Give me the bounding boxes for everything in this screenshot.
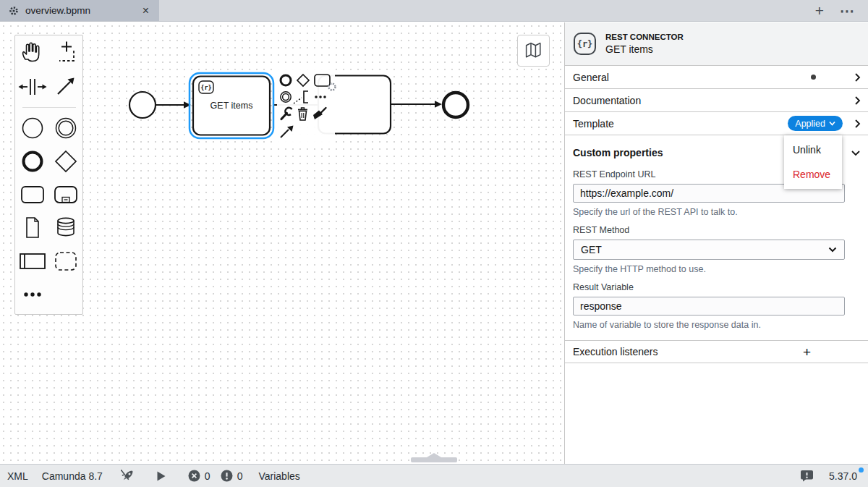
sequence-flow-1[interactable] (156, 101, 191, 109)
task-label: GET items (210, 101, 253, 111)
palette-separator (22, 107, 76, 108)
camunda-modeler-window: overview.bpmn × + ⋯ (0, 0, 868, 487)
space-tool[interactable] (16, 70, 49, 103)
feedback-icon[interactable] (800, 470, 814, 482)
svg-text:{r}: {r} (200, 84, 211, 91)
section-general[interactable]: General (565, 66, 868, 89)
task-connector-badge: {r} (199, 81, 213, 93)
app-version-button[interactable]: 5.37.0 (829, 470, 857, 482)
rest-method-label: REST Method (573, 225, 845, 235)
properties-panel: {r} REST CONNECTOR GET items General Doc… (564, 22, 868, 464)
more-tools-icon[interactable] (16, 278, 49, 311)
minimap-toggle-button[interactable] (517, 35, 550, 67)
create-participant[interactable] (16, 245, 49, 278)
section-template[interactable]: Template Applied (565, 112, 868, 135)
create-intermediate-event[interactable] (49, 111, 82, 145)
result-variable-help: Name of variable to store the response d… (573, 320, 845, 330)
chevron-right-icon (854, 96, 861, 106)
bottom-panel-expand-handle[interactable] (411, 457, 457, 462)
create-data-store[interactable] (49, 211, 82, 245)
chevron-right-icon (854, 72, 861, 82)
end-event-shape[interactable] (443, 93, 468, 117)
warning-count: 0 (237, 470, 243, 482)
result-variable-input[interactable] (573, 297, 845, 316)
create-end-event[interactable] (16, 145, 49, 178)
new-tab-button[interactable]: + (815, 3, 824, 18)
section-documentation[interactable]: Documentation (565, 89, 868, 112)
rest-connector-icon: {r} (574, 33, 596, 55)
chevron-down-icon (829, 121, 835, 126)
template-menu-unlink[interactable]: Unlink (784, 137, 842, 162)
chevron-down-icon (828, 247, 837, 253)
context-pad-more-icon[interactable] (315, 96, 326, 98)
variables-button[interactable]: Variables (258, 470, 299, 482)
rest-method-select[interactable]: GET (573, 240, 845, 260)
map-icon (522, 39, 545, 62)
create-task[interactable] (16, 178, 49, 211)
engine-version-button[interactable]: Camunda 8.7 (42, 470, 103, 482)
tab-close-icon[interactable]: × (141, 5, 150, 17)
warning-icon (221, 470, 233, 482)
general-filled-dot-indicator (811, 75, 816, 80)
task-get-items[interactable]: {r} GET items (190, 73, 273, 138)
start-instance-play-icon[interactable] (157, 471, 166, 481)
create-group[interactable] (49, 245, 82, 278)
chevron-right-icon (854, 119, 861, 129)
add-execution-listener-button[interactable]: + (803, 345, 811, 359)
update-available-dot (859, 467, 864, 473)
bpmn-diagram: {r} GET items (0, 22, 564, 464)
endpoint-url-help: Specify the url of the REST API to talk … (573, 207, 845, 217)
context-pad (277, 69, 336, 145)
tab-title: overview.bpmn (25, 5, 135, 16)
tab-overview-bpmn[interactable]: overview.bpmn × (0, 0, 159, 21)
tab-bar: overview.bpmn × + ⋯ (0, 0, 868, 22)
result-variable-label: Result Variable (573, 282, 845, 292)
template-applied-dropdown[interactable]: Applied (788, 116, 843, 131)
deploy-rocket-icon[interactable] (121, 470, 135, 483)
palette (14, 35, 83, 315)
section-execution-listeners[interactable]: Execution listeners + (565, 341, 868, 363)
template-menu: Unlink Remove (784, 135, 842, 189)
error-icon (188, 470, 200, 482)
chevron-down-icon[interactable] (851, 150, 861, 156)
element-name-label: GET items (605, 43, 684, 55)
create-gateway[interactable] (49, 145, 82, 178)
bpmn-canvas[interactable]: {r} GET items (0, 22, 564, 464)
template-menu-remove[interactable]: Remove (784, 162, 842, 187)
bpmn-diagram-gear-icon (9, 6, 19, 16)
problems-indicator[interactable]: 0 0 (188, 470, 243, 482)
status-bar: XML Camunda 8.7 0 (0, 464, 868, 487)
error-count: 0 (205, 470, 210, 482)
lasso-tool[interactable] (49, 37, 82, 70)
rest-method-help: Specify the HTTP method to use. (573, 264, 845, 274)
sequence-flow-3[interactable] (391, 101, 442, 108)
create-start-event[interactable] (16, 111, 49, 145)
global-connect-tool[interactable] (49, 70, 82, 103)
hand-tool[interactable] (16, 37, 49, 70)
tab-overflow-menu-icon[interactable]: ⋯ (840, 4, 855, 18)
xml-view-button[interactable]: XML (7, 470, 28, 482)
element-type-label: REST CONNECTOR (605, 33, 684, 41)
create-subprocess[interactable] (49, 178, 82, 211)
properties-header: {r} REST CONNECTOR GET items (565, 22, 868, 66)
create-data-object[interactable] (16, 211, 49, 245)
start-event-shape[interactable] (129, 92, 156, 118)
